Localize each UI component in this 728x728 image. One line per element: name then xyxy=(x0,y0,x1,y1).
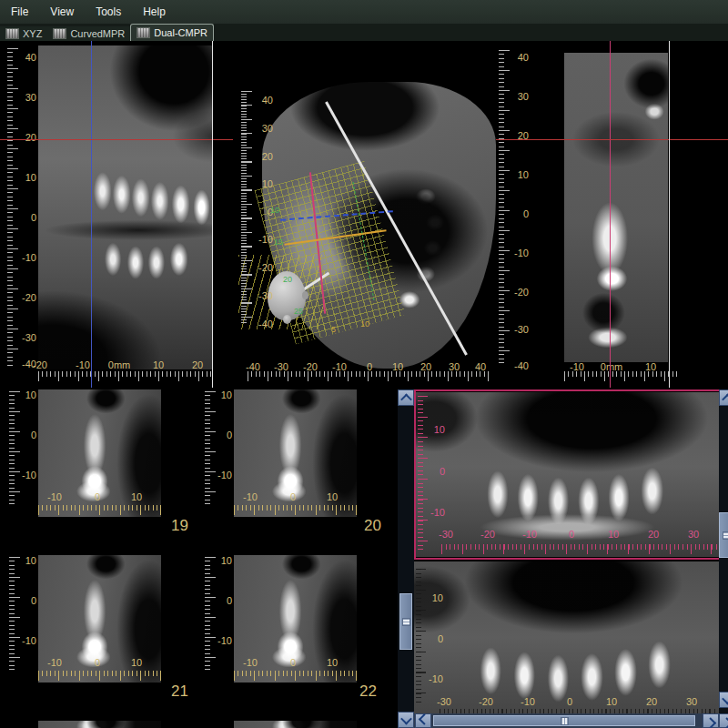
cross-section-xray-image[interactable] xyxy=(564,53,668,362)
ruler-label: 0 xyxy=(567,696,572,707)
coronal-red-crosshair-horizontal[interactable] xyxy=(0,139,233,140)
pano-top-panel[interactable]: 100-10 -30-20-100102030 xyxy=(414,389,721,560)
slice-panel-21[interactable]: 100-10 -10010 21 xyxy=(0,555,195,721)
ruler-label: 0 xyxy=(290,491,296,502)
ruler-label: 0 xyxy=(523,208,529,219)
dual-cmpr-view-icon xyxy=(136,27,150,38)
ruler-label: -30 xyxy=(514,324,529,335)
ruler-label: -30 xyxy=(437,696,451,707)
tab-xyz[interactable]: XYZ xyxy=(0,26,47,41)
slice-list-scrollbar-track[interactable] xyxy=(398,389,414,728)
ruler-label: 30 xyxy=(25,92,36,103)
slice-number-22: 22 xyxy=(359,682,377,701)
pano-scroll-up-button[interactable] xyxy=(719,389,728,406)
ruler-label: 0 xyxy=(438,633,443,644)
ruler-label: 0mm xyxy=(108,359,130,370)
pano-bottom-vertical-labels: 100-10 xyxy=(423,561,443,713)
slice-list-scroll-down-button[interactable] xyxy=(398,712,414,728)
ruler-label: -20 xyxy=(22,292,36,303)
ruler-label: 30 xyxy=(688,529,699,540)
menu-bar: File View Tools Help xyxy=(0,0,728,24)
ruler-label: 0 xyxy=(31,595,36,606)
ruler-label: 30 xyxy=(686,696,697,707)
slice-list-scrollbar-thumb[interactable] xyxy=(399,593,412,650)
slice-panel-20[interactable]: 100-10 -10010 20 xyxy=(196,389,398,555)
ruler-label: 10 xyxy=(131,657,142,668)
tab-label: CurvedMPR xyxy=(70,28,125,39)
ruler-label: 10 xyxy=(327,657,338,668)
coronal-white-boundary-line[interactable] xyxy=(212,41,213,388)
cross-section-panel[interactable]: 403020100-10-20-30-40 -100mm10 xyxy=(496,41,728,388)
pano-top-horizontal-ruler xyxy=(441,544,718,555)
ruler-label: 10 xyxy=(608,529,619,540)
ruler-label: 0 xyxy=(227,430,232,440)
slice-list-scroll-up-button[interactable] xyxy=(398,389,414,406)
ruler-label: -20 xyxy=(33,359,47,370)
ruler-label: -10 xyxy=(47,657,62,668)
ruler-label: 20 xyxy=(648,529,659,540)
ruler-label: -10 xyxy=(217,635,232,646)
ruler-label: -10 xyxy=(243,491,258,502)
dental-cbct-application: File View Tools Help XYZ CurvedMPR Dual-… xyxy=(0,0,728,728)
ruler-label: 40 xyxy=(25,52,36,63)
menu-tools[interactable]: Tools xyxy=(85,0,132,24)
ruler-label: -10 xyxy=(22,252,36,263)
pano-scroll-right-button[interactable] xyxy=(703,713,719,728)
ruler-label: 0 xyxy=(31,430,36,440)
view-tab-bar: XYZ CurvedMPR Dual-CMPR xyxy=(0,24,728,41)
coronal-vertical-ruler-labels: 403020100-10-20-30-40 xyxy=(18,41,36,388)
ruler-label: 10 xyxy=(434,424,445,435)
slice-20-horizontal-ruler xyxy=(234,505,357,515)
menu-view[interactable]: View xyxy=(39,0,85,24)
coronal-horizontal-ruler-labels: -20-100mm1020 xyxy=(0,359,233,370)
slice-partial-next-row-left xyxy=(38,721,161,728)
slice-number-21: 21 xyxy=(171,682,188,701)
cross-vertical-ruler xyxy=(499,50,510,367)
thumb-grip-icon xyxy=(723,531,728,540)
chevron-up-icon xyxy=(722,393,728,405)
slice-22-horizontal-ruler xyxy=(234,671,357,681)
ruler-label: -10 xyxy=(22,470,36,480)
pano-hscrollbar-thumb[interactable] xyxy=(433,715,695,726)
slice-21-horizontal-labels: -10010 xyxy=(38,657,161,668)
ruler-label: -10 xyxy=(217,470,232,480)
chevron-up-icon xyxy=(400,393,412,405)
slice-21-vertical-labels: 100-10 xyxy=(18,555,36,682)
pano-scroll-down-button[interactable] xyxy=(719,692,728,708)
slice-22-horizontal-labels: -10010 xyxy=(234,657,357,668)
pano-scroll-left-button[interactable] xyxy=(415,713,431,728)
slice-panel-22[interactable]: 100-10 -10010 22 xyxy=(196,555,398,721)
menu-file[interactable]: File xyxy=(0,0,39,24)
pano-top-horizontal-labels: -30-20-100102030 xyxy=(416,529,719,540)
ruler-label: -20 xyxy=(479,696,493,707)
axial-panel[interactable]: 403020100-10-20-30-40 -40-30-20-10010203… xyxy=(238,41,496,388)
ruler-label: -30 xyxy=(439,529,453,540)
ruler-label: -10 xyxy=(243,657,258,668)
pano-scrollbar-thumb[interactable] xyxy=(719,512,728,558)
ruler-label: -20 xyxy=(514,287,529,298)
pano-corner-right-button[interactable] xyxy=(719,713,728,728)
tab-curvedmpr[interactable]: CurvedMPR xyxy=(47,26,130,41)
coronal-xray-image[interactable] xyxy=(38,46,212,369)
ruler-label: 10 xyxy=(221,555,232,566)
slice-panel-19[interactable]: 100-10 -10010 19 xyxy=(0,389,195,555)
slice-21-horizontal-ruler xyxy=(38,671,161,681)
cross-horizontal-ruler xyxy=(564,371,678,382)
coronal-blue-crosshair-vertical[interactable] xyxy=(91,41,92,388)
pano-bottom-xray-image[interactable] xyxy=(414,561,721,713)
ruler-label: -10 xyxy=(521,696,535,707)
cross-red-crosshair-horizontal[interactable] xyxy=(496,139,728,140)
pano-bottom-panel[interactable]: 100-10 -30-20-100102030 xyxy=(414,561,721,713)
tab-dual-cmpr[interactable]: Dual-CMPR xyxy=(130,24,214,41)
menu-help[interactable]: Help xyxy=(132,0,177,24)
ruler-label: 10 xyxy=(360,319,369,329)
cross-white-boundary-line[interactable] xyxy=(669,41,670,388)
slice-20-vertical-labels: 100-10 xyxy=(214,389,232,517)
cross-magenta-crosshair-vertical[interactable] xyxy=(610,41,611,388)
ruler-label: 40 xyxy=(518,52,529,63)
ruler-label: -10 xyxy=(430,507,445,518)
coronal-panel[interactable]: 403020100-10-20-30-40 -20-100mm1020 xyxy=(0,41,233,388)
ruler-label: 30 xyxy=(518,91,529,102)
slice-partial-next-row-right xyxy=(234,721,357,728)
ruler-label: 20 xyxy=(192,359,203,370)
